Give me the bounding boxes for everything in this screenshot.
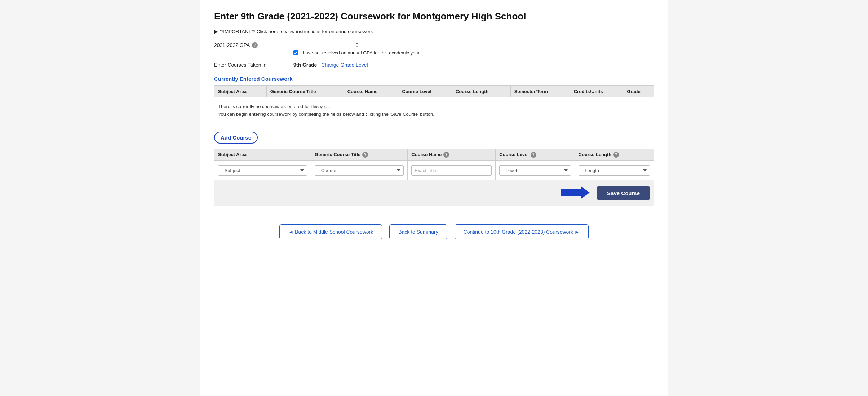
add-course-button[interactable]: Add Course [214,132,258,144]
course-name-cell [408,160,496,180]
gpa-label-text: 2021-2022 GPA [214,42,250,48]
col-grade: Grade [623,86,654,97]
back-summary-button[interactable]: Back to Summary [389,224,447,239]
page-title: Enter 9th Grade (2021-2022) Coursework f… [214,11,654,22]
empty-msg-line1: There is currently no coursework entered… [218,103,650,111]
generic-title-help-icon[interactable]: ? [362,152,368,158]
course-form-header-row: Subject Area Generic Course Title ? Cour… [214,149,654,160]
bottom-nav: ◄ Back to Middle School Coursework Back … [214,224,654,250]
gpa-inputs: 0 I have not received an annual GPA for … [293,42,421,56]
save-course-row: Save Course [214,180,654,206]
gpa-help-icon[interactable]: ? [252,42,258,48]
empty-coursework-cell: There is currently no coursework entered… [214,97,654,124]
save-course-arrow-icon [561,186,590,200]
back-middle-school-button[interactable]: ◄ Back to Middle School Coursework [279,224,382,239]
add-course-section: Add Course Subject Area Generic Course T… [214,132,654,206]
change-grade-link[interactable]: Change Grade Level [321,62,368,68]
course-form-row: --Subject-- --Course-- --Level-- [214,160,654,180]
col-credits-units: Credits/Units [570,86,623,97]
page-container: Enter 9th Grade (2021-2022) Coursework f… [200,0,668,396]
important-notice-text: ▶ **IMPORTANT** Click here to view instr… [214,29,373,34]
course-length-help-icon[interactable]: ? [613,152,619,158]
gpa-checkbox-label: I have not received an annual GPA for th… [300,50,421,56]
generic-course-dropdown[interactable]: --Course-- [315,165,404,176]
important-notice[interactable]: ▶ **IMPORTANT** Click here to view instr… [214,28,654,34]
form-col-course-length: Course Length ? [575,149,654,160]
grade-level-row: Enter Courses Taken in 9th Grade Change … [214,62,654,68]
empty-coursework-row: There is currently no coursework entered… [214,97,654,124]
form-col-course-name: Course Name ? [408,149,496,160]
course-level-help-icon[interactable]: ? [531,152,536,158]
gpa-checkbox-row: I have not received an annual GPA for th… [293,50,421,56]
enter-courses-label: Enter Courses Taken in [214,62,293,68]
col-generic-title: Generic Course Title [266,86,344,97]
col-course-name: Course Name [344,86,398,97]
form-col-generic-title: Generic Course Title ? [311,149,408,160]
course-form-table: Subject Area Generic Course Title ? Cour… [214,149,654,180]
col-course-length: Course Length [452,86,510,97]
gpa-label: 2021-2022 GPA ? [214,42,293,48]
gpa-checkbox[interactable] [293,50,298,55]
save-course-button[interactable]: Save Course [597,186,650,200]
subject-area-cell: --Subject-- [214,160,311,180]
course-name-help-icon[interactable]: ? [443,152,449,158]
currently-entered-title: Currently Entered Coursework [214,76,654,82]
continue-10th-grade-button[interactable]: Continue to 10th Grade (2022-2023) Cours… [455,224,589,239]
empty-msg-line2: You can begin entering coursework by com… [218,111,650,118]
gpa-value: 0 [293,42,421,48]
grade-level-value: 9th Grade [293,62,317,68]
course-level-dropdown[interactable]: --Level-- [499,165,571,176]
coursework-table-header-row: Subject Area Generic Course Title Course… [214,86,654,97]
gpa-section: 2021-2022 GPA ? 0 I have not received an… [214,42,654,56]
col-course-level: Course Level [398,86,452,97]
col-semester-term: Semester/Term [510,86,570,97]
subject-area-dropdown[interactable]: --Subject-- [218,165,307,176]
empty-coursework-msg: There is currently no coursework entered… [218,103,650,118]
col-subject-area: Subject Area [214,86,267,97]
course-name-input[interactable] [411,165,492,176]
course-length-cell: --Length-- [575,160,654,180]
course-length-dropdown[interactable]: --Length-- [579,165,650,176]
form-col-subject-area: Subject Area [214,149,311,160]
coursework-table: Subject Area Generic Course Title Course… [214,85,654,124]
form-col-course-level: Course Level ? [496,149,575,160]
svg-marker-0 [561,186,590,199]
generic-course-cell: --Course-- [311,160,408,180]
course-level-cell: --Level-- [496,160,575,180]
